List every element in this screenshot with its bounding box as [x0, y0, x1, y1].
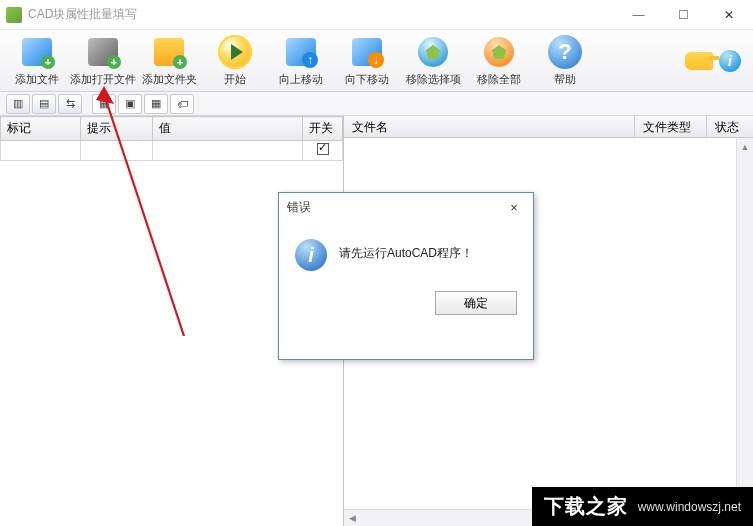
cell-hint[interactable]	[81, 141, 153, 161]
remove-selection-button[interactable]: 移除选择项	[402, 32, 464, 89]
help-button[interactable]: ? 帮助	[534, 32, 596, 89]
watermark-url: www.windowszj.net	[638, 500, 741, 514]
minimize-button[interactable]: —	[616, 1, 661, 29]
close-button[interactable]: ✕	[706, 1, 751, 29]
scroll-up-icon[interactable]: ▲	[737, 138, 753, 155]
col-hint[interactable]: 提示	[81, 117, 153, 141]
move-up-button[interactable]: ↑ 向上移动	[270, 32, 332, 89]
app-icon	[6, 7, 22, 23]
switch-checkbox[interactable]	[317, 143, 329, 155]
dialog-title: 错误	[287, 199, 503, 216]
key-icon[interactable]	[685, 52, 713, 70]
info-icon[interactable]: i	[719, 50, 741, 72]
col-filetype[interactable]: 文件类型	[635, 116, 707, 137]
remove-sel-label: 移除选择项	[406, 72, 461, 87]
remove-all-button[interactable]: 移除全部	[468, 32, 530, 89]
add-open-file-button[interactable]: + 添加打开文件	[72, 32, 134, 89]
add-open-file-icon: +	[88, 38, 118, 66]
move-down-button[interactable]: ↓ 向下移动	[336, 32, 398, 89]
subtool-3[interactable]: ⇆	[58, 94, 82, 114]
col-switch[interactable]: 开关	[303, 117, 343, 141]
attribute-table[interactable]: 标记 提示 值 开关	[0, 116, 343, 161]
cell-switch[interactable]	[303, 141, 343, 161]
col-filename[interactable]: 文件名	[344, 116, 635, 137]
move-down-icon: ↓	[352, 38, 382, 66]
subtool-7[interactable]: 🏷	[170, 94, 194, 114]
start-button[interactable]: 开始	[204, 32, 266, 89]
cell-value[interactable]	[153, 141, 303, 161]
dialog-titlebar: 错误 ×	[279, 193, 533, 221]
info-dialog-icon: i	[295, 239, 327, 271]
maximize-button[interactable]: ☐	[661, 1, 706, 29]
add-open-file-label: 添加打开文件	[70, 72, 136, 87]
window-titlebar: CAD块属性批量填写 — ☐ ✕	[0, 0, 753, 30]
main-toolbar: + 添加文件 + 添加打开文件 + 添加文件夹 开始 ↑ 向上移动 ↓ 向下移动…	[0, 30, 753, 92]
vertical-scrollbar[interactable]: ▲ ▼	[736, 138, 753, 508]
dialog-ok-button[interactable]: 确定	[435, 291, 517, 315]
table-row[interactable]	[1, 141, 343, 161]
dialog-close-button[interactable]: ×	[503, 197, 525, 217]
col-status[interactable]: 状态	[707, 116, 753, 137]
add-file-icon: +	[22, 38, 52, 66]
scroll-left-icon[interactable]: ◀	[344, 510, 361, 526]
cell-mark[interactable]	[1, 141, 81, 161]
start-label: 开始	[224, 72, 246, 87]
add-file-label: 添加文件	[15, 72, 59, 87]
watermark-brand: 下载之家	[544, 493, 628, 520]
help-icon: ?	[548, 35, 582, 69]
dialog-message: 请先运行AutoCAD程序！	[339, 239, 473, 262]
watermark: 下载之家 www.windowszj.net	[532, 487, 753, 526]
add-folder-label: 添加文件夹	[142, 72, 197, 87]
remove-all-label: 移除全部	[477, 72, 521, 87]
remove-sel-icon	[418, 37, 448, 67]
subtool-2[interactable]: ▤	[32, 94, 56, 114]
help-label: 帮助	[554, 72, 576, 87]
subtool-1[interactable]: ▥	[6, 94, 30, 114]
start-icon	[218, 35, 252, 69]
window-title: CAD块属性批量填写	[28, 6, 616, 23]
add-folder-icon: +	[154, 38, 184, 66]
subtool-4[interactable]: ▦	[92, 94, 116, 114]
remove-all-icon	[484, 37, 514, 67]
subtool-5[interactable]: ▣	[118, 94, 142, 114]
file-list-header: 文件名 文件类型 状态	[344, 116, 753, 138]
col-mark[interactable]: 标记	[1, 117, 81, 141]
sub-toolbar: ▥ ▤ ⇆ ▦ ▣ ▦ 🏷	[0, 92, 753, 116]
add-folder-button[interactable]: + 添加文件夹	[138, 32, 200, 89]
error-dialog: 错误 × i 请先运行AutoCAD程序！ 确定	[278, 192, 534, 360]
subtool-6[interactable]: ▦	[144, 94, 168, 114]
add-file-button[interactable]: + 添加文件	[6, 32, 68, 89]
move-up-label: 向上移动	[279, 72, 323, 87]
col-value[interactable]: 值	[153, 117, 303, 141]
move-up-icon: ↑	[286, 38, 316, 66]
move-down-label: 向下移动	[345, 72, 389, 87]
